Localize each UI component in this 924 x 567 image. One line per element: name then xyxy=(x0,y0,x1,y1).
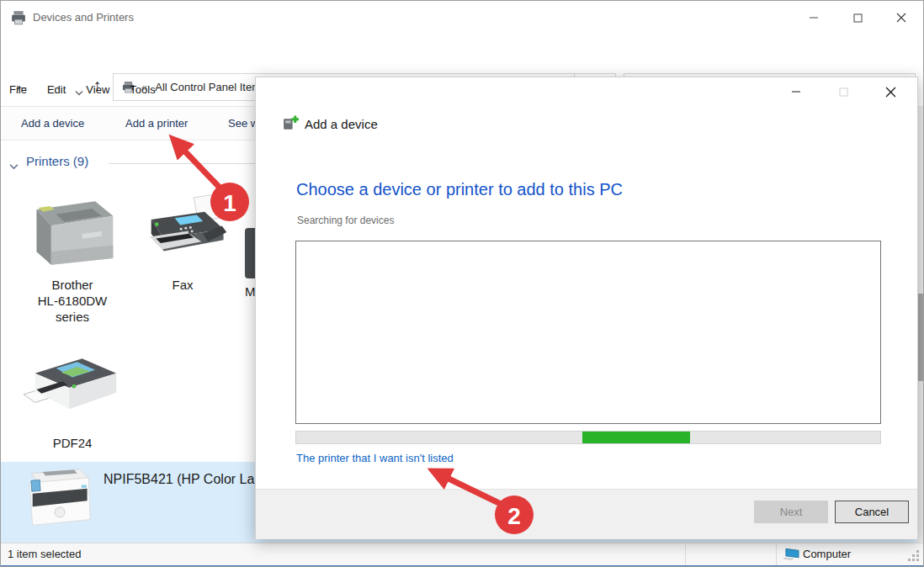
brother-printer-image xyxy=(24,191,121,273)
printer-label: HL-6180DW xyxy=(16,293,129,309)
main-scrollbar-thumb[interactable] xyxy=(917,294,924,381)
next-button[interactable]: Next xyxy=(754,501,828,523)
search-progress-bar xyxy=(295,431,881,444)
menu-view[interactable]: View xyxy=(86,83,109,96)
menu-file[interactable]: File xyxy=(9,83,27,96)
printer-tile-fax[interactable]: Fax xyxy=(134,188,231,293)
status-separator xyxy=(776,544,777,565)
add-device-dialog: Add a device Choose a device or printer … xyxy=(255,77,918,539)
dialog-minimize-button[interactable] xyxy=(773,77,820,106)
window-title: Devices and Printers xyxy=(33,1,134,34)
status-bar: 1 item selected Computer xyxy=(1,543,923,565)
title-bar: Devices and Printers xyxy=(1,1,923,34)
dialog-heading: Choose a device or printer to add to thi… xyxy=(296,180,623,199)
add-device-command[interactable]: Add a device xyxy=(21,107,84,140)
printer-label: M xyxy=(245,284,256,299)
add-printer-command[interactable]: Add a printer xyxy=(125,107,188,140)
selected-printer-label: NPIF5B421 (HP Color La xyxy=(104,472,254,487)
fax-machine-image xyxy=(135,191,230,273)
app-printer-icon xyxy=(11,10,26,29)
close-button[interactable] xyxy=(879,1,923,34)
main-scrollbar[interactable] xyxy=(917,107,924,543)
resize-grip[interactable] xyxy=(908,550,920,562)
printers-group-header[interactable]: Printers (9) xyxy=(26,154,88,168)
printer-not-listed-link[interactable]: The printer that I want isn't listed xyxy=(296,452,454,464)
dialog-close-button[interactable] xyxy=(867,77,914,106)
maximize-button[interactable] xyxy=(836,1,879,34)
group-collapse-chevron-icon[interactable] xyxy=(9,158,19,173)
minimize-button[interactable] xyxy=(792,1,836,34)
status-separator xyxy=(685,544,686,565)
computer-label: Computer xyxy=(803,543,851,564)
cancel-button[interactable]: Cancel xyxy=(835,501,909,523)
printer-label: Brother xyxy=(16,277,129,293)
selection-status: 1 item selected xyxy=(8,543,81,564)
dialog-footer: Next Cancel xyxy=(256,489,917,539)
device-list-box[interactable] xyxy=(295,241,881,424)
computer-icon xyxy=(783,548,799,561)
menu-tools[interactable]: Tools xyxy=(130,83,155,96)
printer-label: Fax xyxy=(134,277,231,293)
printer-tile-brother[interactable]: Brother HL-6180DW series xyxy=(16,188,129,325)
step-1-arrow xyxy=(183,149,221,189)
hp-printer-image xyxy=(21,465,100,539)
printer-label: PDF24 xyxy=(16,435,129,451)
printer-label: series xyxy=(16,309,129,325)
pdf24-printer-image xyxy=(24,347,121,432)
add-device-icon xyxy=(282,114,300,132)
progress-value xyxy=(582,432,690,443)
navigation-bar: ← → ↑ « All Control Panel Items › Device… xyxy=(1,34,923,72)
printer-tile-pdf24[interactable]: PDF24 xyxy=(16,344,129,451)
see-whats-printing-command[interactable]: See w xyxy=(228,107,258,140)
window-controls xyxy=(792,1,923,34)
dialog-header-title: Add a device xyxy=(305,117,378,131)
menu-edit[interactable]: Edit xyxy=(47,83,66,96)
dialog-maximize-button[interactable] xyxy=(820,77,867,106)
dialog-subheading: Searching for devices xyxy=(297,215,394,226)
dialog-controls xyxy=(773,77,914,106)
screen: Devices and Printers ← → ↑ « All Control… xyxy=(0,0,924,567)
